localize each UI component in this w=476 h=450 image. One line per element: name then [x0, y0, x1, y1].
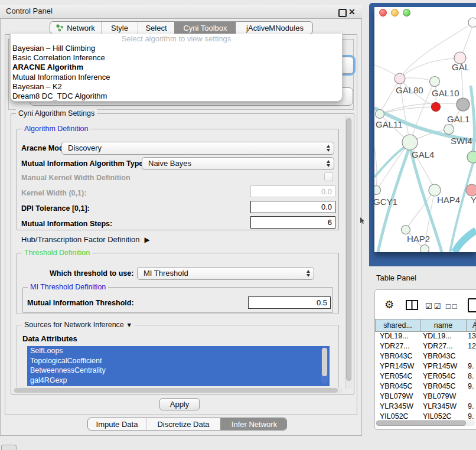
column-header-partial[interactable]: A: [466, 319, 476, 332]
tab-select[interactable]: Select: [138, 22, 174, 34]
select-all-icon[interactable]: ☑☑: [425, 302, 442, 311]
tab-infer-network[interactable]: Infer Network: [220, 418, 287, 430]
column-header-shared-name[interactable]: shared...: [375, 319, 420, 332]
table-row[interactable]: YER054C YER054C 8.: [375, 372, 476, 382]
cell-shared-name: YER054C: [380, 372, 413, 380]
dropdown-placeholder: Select algorithm to view settings: [11, 34, 342, 44]
cell-name: YPR145W: [423, 362, 457, 370]
mi-type-combobox[interactable]: Naive Bayes: [142, 157, 334, 170]
float-window-icon[interactable]: [338, 9, 347, 17]
minimized-panel-stub[interactable]: [1, 445, 17, 450]
node-gal10[interactable]: [430, 77, 440, 87]
tab-label: Select: [145, 24, 167, 32]
attributes-scrollbar-thumb[interactable]: [322, 348, 327, 376]
node-gal11[interactable]: [376, 110, 384, 119]
kernel-width-label: Kernel Width (0,1):: [21, 189, 86, 197]
split-columns-icon[interactable]: [406, 300, 418, 310]
menu-item[interactable]: Basic Correlation Inference: [11, 53, 342, 63]
menu-item[interactable]: Mutual Information Inference: [11, 73, 342, 82]
tab-label: Discretize Data: [157, 420, 209, 429]
table-row[interactable]: YBR045C YBR045C 9.: [375, 382, 476, 392]
document-icon[interactable]: [468, 298, 476, 312]
combobox-value: Discovery: [68, 144, 102, 152]
menu-item[interactable]: Bayesian – Hill Climbing: [11, 44, 342, 53]
network-node-labels: GAL GAL80 GAL10 GAL1 GAL11 SWI4 GAL4 GCY…: [374, 62, 476, 244]
node-hap2[interactable]: [402, 226, 410, 234]
table-row[interactable]: YPR145W YPR145W 9.: [375, 362, 476, 372]
table-horizontal-scrollbar-thumb[interactable]: [376, 420, 466, 426]
dpi-tolerance-label: DPI Tolerance [0,1]:: [21, 204, 90, 213]
table-row[interactable]: YLR345W YLR345W 9.: [375, 402, 476, 412]
menu-item[interactable]: Dream8 DC_TDC Algorithm: [11, 92, 342, 101]
node-hap4[interactable]: [429, 184, 441, 196]
deselect-all-icon[interactable]: □□: [446, 302, 459, 311]
table-row[interactable]: YDL19... YDL19... 13: [375, 332, 476, 342]
window-close-icon[interactable]: [379, 9, 387, 17]
aracne-mode-combobox[interactable]: Discovery: [61, 142, 334, 155]
window-zoom-icon[interactable]: [403, 9, 410, 17]
node-green[interactable]: [467, 151, 476, 163]
kernel-width-field[interactable]: [250, 185, 335, 197]
list-item[interactable]: TopologicalCoefficient: [27, 356, 330, 366]
table-body[interactable]: YDL19... YDL19... 13 YDR27... YDR27... 1…: [375, 332, 476, 420]
cell-value: 12: [468, 342, 476, 350]
group-title: Algorithm Definition: [22, 125, 90, 133]
mi-threshold-field[interactable]: [248, 296, 331, 309]
node-label: GAL80: [396, 85, 423, 95]
network-graph[interactable]: GAL GAL80 GAL10 GAL1 GAL11 SWI4 GAL4 GCY…: [374, 17, 476, 252]
combobox-stepper-icon: [327, 145, 330, 152]
node-selected-red[interactable]: [432, 103, 441, 112]
menu-item-selected[interactable]: ARACNE Algorithm: [11, 63, 342, 72]
gear-icon[interactable]: ⚙: [384, 298, 394, 311]
cell-value: 9.: [468, 402, 474, 410]
node-gal80[interactable]: [395, 73, 405, 84]
tab-label: Infer Network: [232, 420, 277, 429]
hub-definition-expander[interactable]: Hub/Transcription Factor Definition▶: [21, 235, 150, 244]
table-row[interactable]: YBL079W YBL079W: [375, 392, 476, 402]
node-gal1[interactable]: [444, 125, 454, 135]
node-gal4[interactable]: [402, 135, 418, 150]
tab-label: Style: [111, 24, 128, 32]
cell-shared-name: YDR27...: [380, 342, 410, 350]
table-row[interactable]: YIL052C YIL052C 9.: [375, 412, 476, 420]
apply-button[interactable]: Apply: [159, 398, 200, 410]
column-header-name[interactable]: name: [420, 319, 467, 332]
tab-jactivemnodules[interactable]: jActiveMNodules: [236, 22, 313, 34]
table-row[interactable]: YBR043C YBR043C: [375, 352, 476, 362]
list-item[interactable]: BetweennessCentrality: [27, 366, 330, 376]
list-item[interactable]: SelfLoops: [27, 346, 330, 356]
cell-shared-name: YBR045C: [380, 382, 413, 390]
dpi-tolerance-field[interactable]: [250, 201, 335, 213]
sources-expander[interactable]: Sources for Network Inference ▼: [22, 321, 135, 329]
close-icon[interactable]: ✕: [348, 7, 356, 17]
expander-arrow-icon: ▶: [144, 236, 149, 244]
menu-item[interactable]: Bayesian – K2: [11, 82, 342, 92]
node-salmon[interactable]: [466, 184, 476, 196]
node-gcy1[interactable]: [374, 186, 381, 195]
network-nodes[interactable]: [374, 18, 476, 252]
window-minimize-icon[interactable]: [391, 9, 399, 17]
mi-threshold-label: Mutual Information Threshold:: [27, 299, 134, 307]
settings-scrollbar-thumb[interactable]: [346, 118, 351, 381]
collapse-arrow-icon: ▼: [126, 321, 132, 328]
node[interactable]: [468, 18, 476, 27]
sources-title: Sources for Network Inference: [24, 321, 124, 329]
threshold-combobox[interactable]: MI Threshold: [137, 267, 314, 280]
data-attributes-list[interactable]: SelfLoops TopologicalCoefficient Between…: [27, 346, 330, 386]
node-gray[interactable]: [457, 98, 470, 111]
table-row[interactable]: YDR27... YDR27... 12: [375, 342, 476, 352]
node[interactable]: [420, 245, 429, 253]
node-label: Y: [471, 195, 476, 205]
control-panel-title: Control Panel: [6, 6, 53, 15]
combobox-value: Naive Bayes: [148, 159, 191, 168]
tab-impute-data[interactable]: Impute Data: [88, 418, 146, 430]
list-item[interactable]: gal4RGexp: [27, 376, 330, 386]
manual-kernel-checkbox[interactable]: [324, 172, 333, 181]
horizontal-scrollbar-thumb[interactable]: [14, 388, 338, 393]
tab-style[interactable]: Style: [101, 22, 138, 34]
tab-label: Impute Data: [96, 420, 138, 429]
mi-steps-field[interactable]: [250, 216, 335, 229]
tab-cyni-toolbox[interactable]: Cyni Toolbox: [174, 22, 236, 34]
tab-discretize-data[interactable]: Discretize Data: [146, 418, 220, 430]
tab-network[interactable]: Network: [50, 22, 101, 34]
